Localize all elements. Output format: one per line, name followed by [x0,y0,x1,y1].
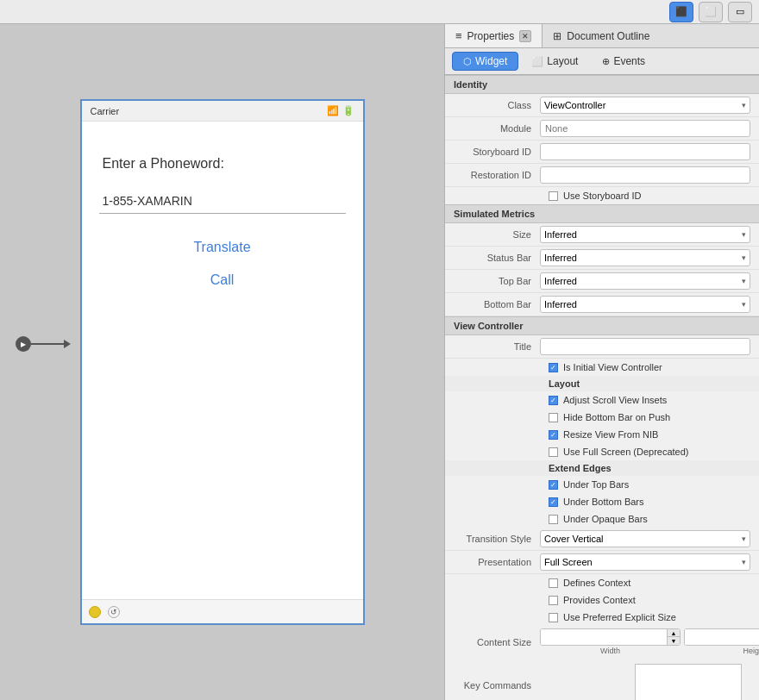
properties-panel: ≡ Properties ✕ ⊞ Document Outline ⬡ Widg… [444,24,759,700]
width-down-btn[interactable]: ▼ [668,637,680,645]
presentation-select-arrow: ▾ [742,558,746,566]
under-bottom-bars-checkbox[interactable] [549,497,558,507]
provides-context-checkbox[interactable] [549,596,558,605]
adjust-scroll-checkbox[interactable] [549,396,558,405]
content-size-fields: 0 ▲ ▼ Width 0 ▲ ▼ [540,628,759,655]
hide-bottom-bar-checkbox[interactable] [549,413,558,422]
under-opaque-bars-row: Under Opaque Bars [445,510,759,528]
under-opaque-bars-label: Under Opaque Bars [563,514,648,524]
tab-widget-label: Widget [475,55,507,67]
is-initial-checkbox[interactable] [549,363,558,372]
transition-style-select[interactable]: Cover Vertical ▾ [540,530,750,547]
is-initial-label: Is Initial View Controller [563,362,662,372]
tab-events[interactable]: ⊕ Events [591,52,656,71]
resize-view-checkbox[interactable] [549,430,558,440]
arrow-line [31,343,66,345]
use-storyboard-checkbox[interactable] [549,191,558,201]
use-preferred-checkbox[interactable] [549,613,558,622]
tab-layout-label: Layout [547,55,578,67]
resize-view-row: Resize View From NIB [445,426,759,443]
canvas-panel: ▶ Carrier 📶 🔋 Enter a Phoneword: 1-855-X… [0,24,444,700]
prop-title-label: Title [454,341,540,352]
tab-widget[interactable]: ⬡ Widget [452,52,518,71]
key-commands-value [540,660,750,700]
events-icon: ⊕ [602,56,610,67]
prop-title-value [540,338,750,355]
content-size-label: Content Size [454,637,540,647]
prop-storyboard-id-label: Storyboard ID [454,147,540,157]
prop-bottom-bar-value: Inferred ▾ [540,296,750,313]
prop-restoration-id-value [540,166,750,184]
wifi-icon: 📶 [327,105,339,116]
prop-class-row: Class ViewController ▾ [445,94,759,117]
status-bar-select[interactable]: Inferred ▾ [540,249,750,266]
toolbar-btn-2[interactable]: ⬜ [699,2,723,22]
layout-icon: ⬜ [531,56,543,67]
use-full-screen-label: Use Full Screen (Deprecated) [563,447,689,457]
top-bar-select-arrow: ▾ [742,277,746,285]
section-view-controller: View Controller [445,316,759,335]
presentation-select-value: Full Screen [544,557,593,567]
prop-transition-style-row: Transition Style Cover Vertical ▾ [445,528,759,551]
use-preferred-row: Use Preferred Explicit Size [445,609,759,626]
section-identity: Identity [445,75,759,94]
status-icons: 📶 🔋 [327,105,354,116]
title-input[interactable] [540,338,750,355]
tab-layout[interactable]: ⬜ Layout [520,52,589,71]
key-commands-label: Key Commands [454,680,540,691]
extend-edges-label: Extend Edges [445,460,759,476]
document-outline-tab[interactable]: ⊞ Document Outline [543,25,660,47]
content-size-row: Content Size 0 ▲ ▼ Width [445,626,759,658]
width-up-btn[interactable]: ▲ [668,629,680,637]
properties-tab[interactable]: ≡ Properties ✕ [445,24,543,47]
height-input[interactable]: 0 [685,629,759,645]
prop-module-value [540,120,750,137]
restoration-id-input[interactable] [540,166,750,184]
bottom-dot-yellow [89,606,101,618]
key-commands-row: Key Commands [445,658,759,700]
size-select[interactable]: Inferred ▾ [540,226,750,243]
doc-outline-label: Document Outline [567,30,649,42]
presentation-select[interactable]: Full Screen ▾ [540,553,750,571]
phone-input-field[interactable]: 1-855-XAMARIN [99,189,346,214]
toolbar-btn-3[interactable]: ▭ [728,2,752,22]
hide-bottom-bar-row: Hide Bottom Bar on Push [445,409,759,426]
toolbar-icon-2: ⬜ [705,6,717,17]
resize-view-label: Resize View From NIB [563,429,658,440]
under-top-bars-checkbox[interactable] [549,480,558,490]
prop-transition-style-label: Transition Style [454,534,540,544]
call-button[interactable]: Call [99,272,346,288]
size-select-value: Inferred [544,229,577,240]
class-select[interactable]: ViewController ▾ [540,97,750,114]
provides-context-row: Provides Context [445,591,759,609]
doc-outline-icon: ⊞ [553,30,561,42]
use-full-screen-checkbox[interactable] [549,447,558,457]
under-opaque-bars-checkbox[interactable] [549,515,558,524]
toolbar-icons: ⬛ ⬜ ▭ [669,2,752,22]
toolbar-btn-1[interactable]: ⬛ [669,2,693,22]
initial-vc-arrow: ▶ [16,336,66,352]
top-bar-select[interactable]: Inferred ▾ [540,272,750,290]
width-field: 0 ▲ ▼ Width [540,628,681,655]
layout-subsection-label: Layout [445,376,759,391]
bottom-bar-select-value: Inferred [544,299,577,309]
storyboard-id-input[interactable] [540,143,750,160]
width-sublabel: Width [540,647,681,655]
top-bar-select-value: Inferred [544,276,577,286]
phone-label: Enter a Phoneword: [103,156,346,172]
is-initial-row: Is Initial View Controller [445,359,759,376]
prop-status-bar-label: Status Bar [454,253,540,263]
translate-button[interactable]: Translate [99,240,346,255]
properties-title: Properties [467,30,515,42]
properties-icon: ≡ [455,29,462,42]
under-bottom-bars-label: Under Bottom Bars [563,497,644,507]
phone-status-bar: Carrier 📶 🔋 [82,101,363,122]
bottom-bar-select[interactable]: Inferred ▾ [540,296,750,313]
defines-context-checkbox[interactable] [549,578,558,588]
prop-restoration-id-label: Restoration ID [454,170,540,180]
close-button[interactable]: ✕ [519,30,531,42]
width-input[interactable]: 0 [541,629,667,645]
prop-status-bar-value: Inferred ▾ [540,249,750,266]
module-input[interactable] [540,120,750,137]
provides-context-label: Provides Context [563,595,636,605]
